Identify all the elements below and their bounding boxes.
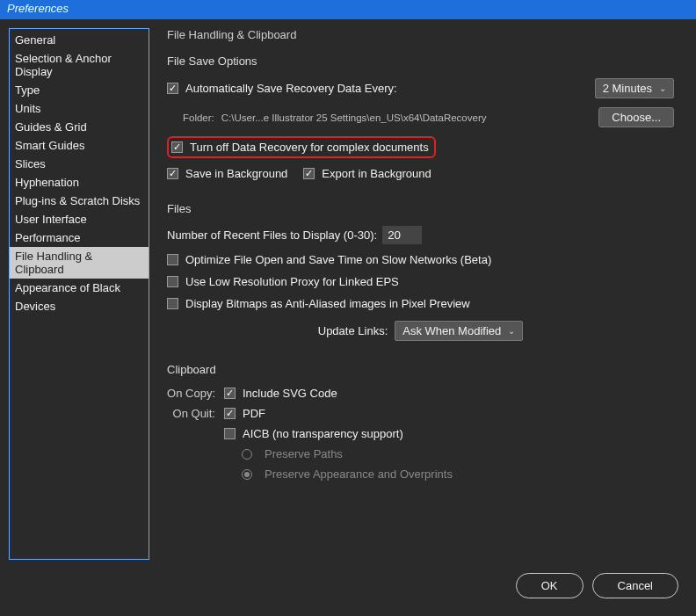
row-on-copy: On Copy: Include SVG Code [167,387,674,400]
label-turn-off: Turn off Data Recovery for complex docum… [190,141,429,154]
sidebar-item-type[interactable]: Type [10,81,149,99]
window-titlebar: Preferences [0,0,696,19]
checkbox-aicb[interactable] [224,428,236,439]
folder-label: Folder: [183,112,214,123]
chevron-down-icon: ⌄ [508,326,515,336]
label-save-bg: Save in Background [185,167,287,180]
checkbox-bitmaps[interactable] [167,298,178,309]
label-preserve-appearance: Preserve Appearance and Overprints [265,467,453,481]
label-svg: Include SVG Code [243,387,337,400]
row-preserve-paths: Preserve Paths [167,447,674,460]
main-panel: File Handling & Clipboard File Save Opti… [163,28,678,560]
label-lowres: Use Low Resolution Proxy for Linked EPS [185,275,399,288]
radio-preserve-paths [242,449,252,460]
radio-preserve-appearance [242,469,252,480]
checkbox-auto-save[interactable] [167,83,178,94]
checkbox-svg[interactable] [224,388,236,399]
checkbox-lowres[interactable] [167,276,178,287]
preferences-dialog: GeneralSelection & Anchor DisplayTypeUni… [0,19,696,616]
row-folder: Folder: C:\User...e Illustrator 25 Setti… [167,107,674,127]
row-auto-save: Automatically Save Recovery Data Every: … [167,78,674,98]
checkbox-export-bg[interactable] [303,168,315,179]
panel-title: File Handling & Clipboard [167,28,674,41]
section-files: Files Number of Recent Files to Display … [167,202,674,341]
cancel-button[interactable]: Cancel [592,573,678,598]
choose-button[interactable]: Choose... [598,107,674,127]
input-recent[interactable] [382,226,422,244]
label-aicb: AICB (no transparency support) [243,427,403,440]
dialog-footer: OK Cancel [9,560,678,598]
files-title: Files [167,202,674,215]
section-file-save: File Save Options Automatically Save Rec… [167,54,674,180]
row-lowres: Use Low Resolution Proxy for Linked EPS [167,275,674,288]
sidebar-item-performance[interactable]: Performance [10,228,149,247]
sidebar: GeneralSelection & Anchor DisplayTypeUni… [9,28,149,560]
row-update-links: Update Links: Ask When Modified ⌄ [167,321,674,341]
select-interval-value: 2 Minutes [603,82,652,95]
file-save-title: File Save Options [167,54,674,68]
checkbox-pdf[interactable] [224,408,236,419]
row-preserve-appearance: Preserve Appearance and Overprints [167,467,674,481]
sidebar-item-general[interactable]: General [10,31,149,49]
row-optimize: Optimize File Open and Save Time on Slow… [167,253,674,266]
label-optimize: Optimize File Open and Save Time on Slow… [185,253,491,266]
sidebar-item-appearance-of-black[interactable]: Appearance of Black [10,279,149,297]
window-title: Preferences [7,2,69,15]
label-on-quit: On Quit: [167,407,215,420]
label-export-bg: Export in Background [322,167,431,180]
row-bg-options: Save in Background Export in Background [167,167,674,180]
sidebar-item-slices[interactable]: Slices [10,155,149,173]
clipboard-title: Clipboard [167,363,674,376]
sidebar-item-file-handling-clipboard[interactable]: File Handling & Clipboard [10,247,149,279]
select-update-links-value: Ask When Modified [402,324,501,337]
row-on-quit-pdf: On Quit: PDF [167,407,674,420]
row-recent: Number of Recent Files to Display (0-30)… [167,226,674,244]
row-turn-off: Turn off Data Recovery for complex docum… [167,136,674,158]
row-aicb: AICB (no transparency support) [167,427,674,440]
sidebar-item-devices[interactable]: Devices [10,297,149,315]
checkbox-turn-off[interactable] [171,141,183,153]
label-auto-save: Automatically Save Recovery Data Every: [185,82,397,95]
select-interval[interactable]: 2 Minutes ⌄ [595,78,674,98]
label-update-links: Update Links: [318,324,388,337]
label-bitmaps: Display Bitmaps as Anti-Aliased images i… [185,297,470,310]
section-clipboard: Clipboard On Copy: Include SVG Code On Q… [167,363,674,481]
checkbox-save-bg[interactable] [167,168,178,179]
sidebar-item-guides-grid[interactable]: Guides & Grid [10,118,149,136]
folder-path: C:\User...e Illustrator 25 Settings\en_U… [221,112,487,123]
ok-button[interactable]: OK [516,573,584,598]
select-update-links[interactable]: Ask When Modified ⌄ [395,321,523,341]
checkbox-optimize[interactable] [167,254,178,265]
sidebar-item-plug-ins-scratch-disks[interactable]: Plug-ins & Scratch Disks [10,192,149,210]
label-preserve-paths: Preserve Paths [265,447,343,460]
highlight-turn-off: Turn off Data Recovery for complex docum… [167,136,436,158]
sidebar-item-hyphenation[interactable]: Hyphenation [10,173,149,192]
sidebar-item-smart-guides[interactable]: Smart Guides [10,136,149,155]
sidebar-item-selection-anchor-display[interactable]: Selection & Anchor Display [10,49,149,81]
label-pdf: PDF [243,407,265,420]
chevron-down-icon: ⌄ [659,83,666,93]
content-area: GeneralSelection & Anchor DisplayTypeUni… [9,28,678,560]
label-recent: Number of Recent Files to Display (0-30)… [167,228,377,242]
sidebar-item-user-interface[interactable]: User Interface [10,210,149,228]
row-bitmaps: Display Bitmaps as Anti-Aliased images i… [167,297,674,310]
label-on-copy: On Copy: [167,387,215,400]
sidebar-item-units[interactable]: Units [10,99,149,118]
